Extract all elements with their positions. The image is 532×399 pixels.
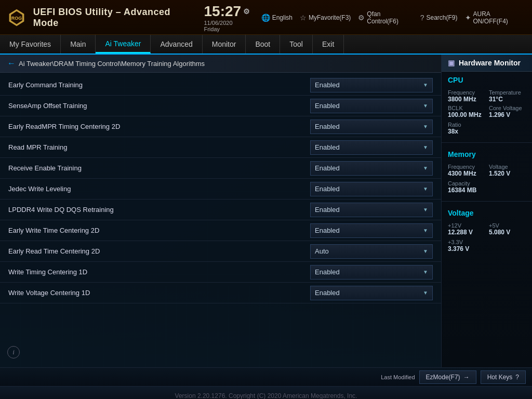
mem-voltage: Voltage 1.520 V — [489, 164, 526, 177]
dropdown-value: Enabled — [315, 123, 340, 130]
setting-write-voltage: Write Voltage Centering 1D Enabled ▼ — [0, 283, 441, 303]
bottom-bar: Last Modified EzMode(F7) → Hot Keys ? — [0, 367, 532, 386]
memory-metrics: Frequency 4300 MHz Voltage 1.520 V — [448, 164, 526, 177]
cpu-section: CPU Frequency 3800 MHz Temperature 31°C … — [442, 72, 532, 139]
chevron-down-icon: ▼ — [423, 144, 428, 150]
myfavorite-control[interactable]: ☆ MyFavorite(F3) — [300, 14, 351, 22]
search-icon: ? — [420, 14, 424, 22]
setting-dropdown[interactable]: Enabled ▼ — [310, 99, 433, 113]
cpu-core-voltage: Core Voltage 1.296 V — [489, 105, 526, 118]
chevron-down-icon: ▼ — [423, 124, 428, 129]
hardware-monitor-panel: ▣ Hardware Monitor CPU Frequency 3800 MH… — [441, 55, 532, 367]
dropdown-value: Enabled — [315, 81, 340, 89]
aura-control[interactable]: ✦ AURA ON/OFF(F4) — [465, 10, 526, 25]
search-control[interactable]: ? Search(F9) — [420, 14, 458, 22]
question-icon: ? — [515, 374, 519, 381]
voltage-section-title: Voltage — [448, 209, 526, 218]
breadcrumb: ← Ai Tweaker\DRAM Timing Control\Memory … — [0, 55, 441, 73]
memory-section: Memory Frequency 4300 MHz Voltage 1.520 … — [442, 146, 532, 198]
logo: ROG — [6, 7, 27, 28]
last-modified-label: Last Modified — [381, 374, 415, 380]
dropdown-value: Enabled — [315, 206, 340, 214]
setting-dropdown[interactable]: Enabled ▼ — [310, 203, 433, 217]
setting-dropdown[interactable]: Enabled ▼ — [310, 161, 433, 176]
setting-dropdown[interactable]: Enabled ▼ — [310, 286, 433, 300]
nav-exit[interactable]: Exit — [313, 35, 344, 54]
setting-write-timing: Write Timing Centering 1D Enabled ▼ — [0, 262, 441, 283]
voltage-metrics: +12V 12.288 V +5V 5.080 V — [448, 222, 526, 236]
main-layout: ← Ai Tweaker\DRAM Timing Control\Memory … — [0, 55, 532, 367]
cpu-section-title: CPU — [448, 76, 526, 85]
setting-label: Jedec Write Leveling — [8, 185, 310, 193]
nav-main[interactable]: Main — [61, 35, 96, 54]
chevron-down-icon: ▼ — [423, 103, 428, 109]
setting-receive-enable: Receive Enable Training Enabled ▼ — [0, 158, 441, 179]
setting-dropdown[interactable]: Enabled ▼ — [310, 78, 433, 92]
setting-early-write-time: Early Write Time Centering 2D Enabled ▼ — [0, 220, 441, 241]
setting-label: Early ReadMPR Timing Centering 2D — [8, 123, 310, 130]
mem-freq: Frequency 4300 MHz — [448, 164, 485, 177]
language-icon: 🌐 — [261, 14, 270, 22]
setting-early-readmpr: Early ReadMPR Timing Centering 2D Enable… — [0, 116, 441, 137]
chevron-down-icon: ▼ — [423, 165, 428, 171]
qfan-control[interactable]: ⚙ Qfan Control(F6) — [358, 10, 413, 25]
chevron-down-icon: ▼ — [423, 186, 428, 192]
datetime: 15:27 ⚙ 11/06/2020 Friday — [204, 3, 252, 32]
svg-text:ROG: ROG — [11, 16, 22, 21]
nav-monitor[interactable]: Monitor — [203, 35, 246, 54]
monitor-icon: ▣ — [448, 59, 455, 67]
setting-dropdown[interactable]: Auto ▼ — [310, 244, 433, 259]
cpu-temp-label: Temperature 31°C — [489, 89, 526, 103]
breadcrumb-text: Ai Tweaker\DRAM Timing Control\Memory Tr… — [19, 60, 205, 68]
date-display: 11/06/2020 Friday — [204, 20, 252, 32]
chevron-down-icon: ▼ — [423, 269, 428, 275]
v5-item: +5V 5.080 V — [489, 222, 526, 236]
language-control[interactable]: 🌐 English — [261, 14, 292, 22]
chevron-down-icon: ▼ — [423, 290, 428, 296]
setting-dropdown[interactable]: Enabled ▼ — [310, 182, 433, 196]
aura-icon: ✦ — [465, 14, 471, 22]
setting-senseamp-offset: SenseAmp Offset Training Enabled ▼ — [0, 96, 441, 116]
setting-label: Write Voltage Centering 1D — [8, 289, 310, 297]
setting-label: Early Command Training — [8, 81, 310, 89]
cpu-metrics: Frequency 3800 MHz Temperature 31°C BCLK… — [448, 89, 526, 118]
nav-tool[interactable]: Tool — [280, 35, 313, 54]
app-title: UEFI BIOS Utility – Advanced Mode — [33, 7, 198, 29]
setting-label: Write Timing Centering 1D — [8, 268, 310, 276]
fan-icon: ⚙ — [358, 14, 365, 22]
info-button[interactable]: i — [7, 346, 20, 358]
setting-jedec-write: Jedec Write Leveling Enabled ▼ — [0, 179, 441, 200]
dropdown-value: Enabled — [315, 102, 340, 110]
header: ROG UEFI BIOS Utility – Advanced Mode 15… — [0, 0, 532, 35]
content-area: ← Ai Tweaker\DRAM Timing Control\Memory … — [0, 55, 441, 367]
ez-mode-button[interactable]: EzMode(F7) → — [419, 370, 476, 384]
hot-keys-button[interactable]: Hot Keys ? — [481, 370, 526, 384]
clock: 15:27 ⚙ — [204, 3, 250, 20]
setting-label: Read MPR Training — [8, 143, 310, 151]
star-icon: ☆ — [300, 14, 307, 22]
dropdown-value: Enabled — [315, 227, 340, 234]
back-button[interactable]: ← — [7, 59, 16, 68]
setting-dropdown[interactable]: Enabled ▼ — [310, 223, 433, 238]
dropdown-value: Enabled — [315, 268, 340, 276]
cpu-divider — [442, 142, 532, 143]
voltage-section: Voltage +12V 12.288 V +5V 5.080 V +3.3V … — [442, 205, 532, 257]
nav-ai-tweaker[interactable]: Ai Tweaker — [96, 35, 151, 54]
arrow-right-icon: → — [463, 374, 470, 381]
nav-advanced[interactable]: Advanced — [151, 35, 202, 54]
footer-text: Version 2.20.1276. Copyright (C) 2020 Am… — [175, 392, 357, 400]
settings-icon[interactable]: ⚙ — [243, 7, 250, 16]
setting-read-mpr: Read MPR Training Enabled ▼ — [0, 137, 441, 158]
setting-dropdown[interactable]: Enabled ▼ — [310, 119, 433, 134]
nav-boot[interactable]: Boot — [246, 35, 280, 54]
chevron-down-icon: ▼ — [423, 207, 428, 212]
setting-dropdown[interactable]: Enabled ▼ — [310, 140, 433, 155]
dropdown-value: Enabled — [315, 143, 340, 151]
setting-label: Receive Enable Training — [8, 164, 310, 172]
cpu-freq-label: Frequency 3800 MHz — [448, 89, 485, 103]
chevron-down-icon: ▼ — [423, 248, 428, 254]
setting-dropdown[interactable]: Enabled ▼ — [310, 265, 433, 280]
nav-my-favorites[interactable]: My Favorites — [0, 35, 61, 54]
v12-item: +12V 12.288 V — [448, 222, 485, 236]
dropdown-value: Enabled — [315, 164, 340, 172]
